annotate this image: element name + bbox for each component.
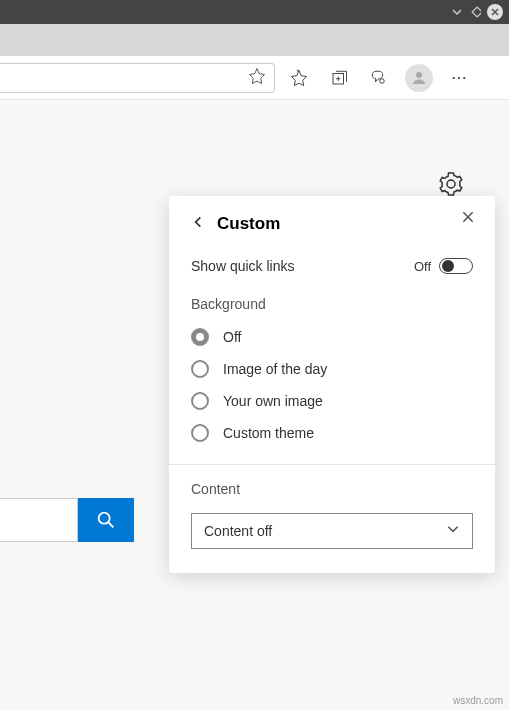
svg-point-5 — [458, 76, 460, 78]
tab-bar — [0, 24, 509, 56]
search-input[interactable] — [0, 498, 78, 542]
search-button[interactable] — [78, 498, 134, 542]
divider — [169, 464, 495, 465]
more-icon[interactable] — [439, 56, 479, 100]
background-heading: Background — [191, 296, 473, 312]
panel-title: Custom — [217, 214, 280, 234]
close-icon[interactable] — [487, 4, 503, 20]
background-option-image-of-day[interactable]: Image of the day — [191, 360, 473, 378]
diamond-icon[interactable] — [469, 6, 481, 18]
svg-point-2 — [380, 78, 385, 83]
back-icon[interactable] — [191, 215, 209, 233]
radio-label: Your own image — [223, 393, 323, 409]
radio-icon — [191, 424, 209, 442]
svg-point-4 — [453, 76, 455, 78]
background-option-own-image[interactable]: Your own image — [191, 392, 473, 410]
feedback-icon[interactable] — [359, 56, 399, 100]
radio-label: Custom theme — [223, 425, 314, 441]
close-icon[interactable] — [461, 210, 475, 228]
address-bar[interactable] — [0, 63, 275, 93]
background-radio-group: Off Image of the day Your own image Cust… — [191, 328, 473, 442]
background-option-custom-theme[interactable]: Custom theme — [191, 424, 473, 442]
profile-avatar[interactable] — [399, 56, 439, 100]
content-select-value: Content off — [204, 523, 272, 539]
content-select[interactable]: Content off — [191, 513, 473, 549]
chevron-down-icon[interactable] — [451, 6, 463, 18]
content-heading: Content — [191, 481, 473, 497]
radio-label: Off — [223, 329, 241, 345]
radio-label: Image of the day — [223, 361, 327, 377]
chevron-down-icon — [446, 522, 460, 540]
quick-links-toggle[interactable] — [439, 258, 473, 274]
svg-point-6 — [463, 76, 465, 78]
radio-icon — [191, 392, 209, 410]
radio-icon — [191, 328, 209, 346]
quick-links-state: Off — [414, 259, 431, 274]
quick-links-label: Show quick links — [191, 258, 295, 274]
background-option-off[interactable]: Off — [191, 328, 473, 346]
star-outline-icon[interactable] — [248, 67, 266, 89]
settings-panel: Custom Show quick links Off Background O… — [169, 196, 495, 573]
gear-icon[interactable] — [439, 172, 463, 196]
svg-point-3 — [416, 72, 422, 78]
toolbar — [0, 56, 509, 100]
collections-icon[interactable] — [319, 56, 359, 100]
radio-icon — [191, 360, 209, 378]
svg-point-7 — [99, 513, 110, 524]
watermark: wsxdn.com — [453, 695, 503, 706]
svg-rect-0 — [472, 7, 481, 17]
favorites-icon[interactable] — [279, 56, 319, 100]
